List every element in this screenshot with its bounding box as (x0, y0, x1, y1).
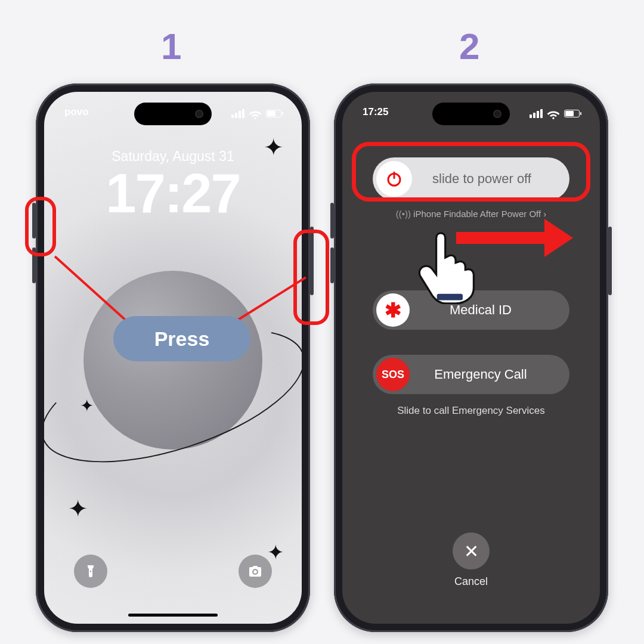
cancel-button[interactable]: ✕ (453, 532, 490, 569)
flashlight-button[interactable] (74, 555, 107, 588)
emergency-hint: Slide to call Emergency Services (342, 405, 600, 417)
volume-up-button[interactable] (330, 203, 334, 239)
chevron-right-icon: › (543, 209, 546, 219)
step-label-2: 2 (459, 25, 479, 67)
carrier-label: povo (64, 106, 89, 120)
camera-icon (248, 564, 262, 578)
volume-down-button[interactable] (330, 247, 334, 283)
status-time: 17:25 (363, 106, 388, 120)
medical-id-knob[interactable]: ✱ (376, 293, 410, 327)
wifi-icon (248, 106, 262, 120)
home-indicator[interactable] (128, 614, 218, 617)
lock-screen-time: 17:27 (44, 162, 302, 225)
press-callout: Press (113, 316, 250, 361)
signal-icon (231, 109, 244, 118)
findable-note[interactable]: ((•)) iPhone Findable After Power Off › (342, 209, 600, 219)
signal-icon (530, 109, 543, 118)
cancel-label: Cancel (342, 575, 600, 588)
battery-icon (564, 110, 580, 117)
flashlight-icon (83, 564, 98, 578)
close-icon: ✕ (464, 541, 479, 562)
status-bar: povo (44, 106, 302, 120)
side-button-highlight (293, 230, 329, 325)
hand-pointer-icon (414, 227, 480, 304)
status-bar: 17:25 (342, 106, 600, 120)
emergency-call-slider[interactable]: SOS Emergency Call (373, 355, 569, 394)
svg-rect-2 (437, 294, 463, 301)
volume-button-highlight (25, 197, 56, 256)
sparkle-icon: ✦ (68, 495, 88, 522)
sparkle-icon: ✦ (264, 134, 284, 161)
sparkle-icon: ✦ (80, 396, 94, 416)
medical-id-label: Medical ID (410, 302, 569, 318)
step-label-1: 1 (161, 25, 181, 67)
power-off-highlight (352, 142, 590, 202)
wifi-icon (546, 106, 561, 120)
battery-icon (266, 110, 281, 117)
sos-knob[interactable]: SOS (376, 358, 410, 391)
side-power-button[interactable] (608, 227, 612, 295)
camera-button[interactable] (239, 555, 272, 588)
emergency-call-label: Emergency Call (410, 367, 569, 382)
